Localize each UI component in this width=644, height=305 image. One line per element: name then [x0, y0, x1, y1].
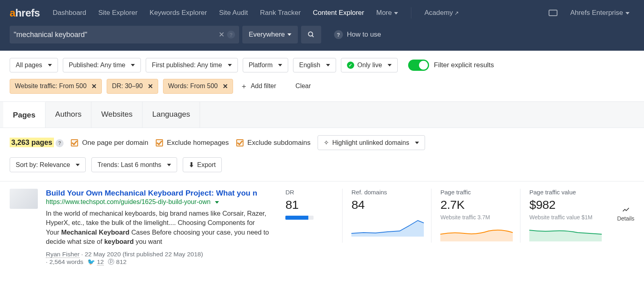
- chevron-down-icon: [625, 12, 630, 14]
- download-icon: ⬇: [189, 161, 194, 169]
- tab-authors[interactable]: Authors: [45, 102, 91, 128]
- checkbox-one-per-domain[interactable]: One page per domain: [71, 139, 148, 147]
- page-traffic-value-sparkline: [529, 222, 602, 241]
- tab-websites[interactable]: Websites: [91, 102, 142, 128]
- result-count: 3,263 pages: [10, 138, 54, 147]
- chevron-down-icon: [394, 12, 398, 14]
- tab-languages[interactable]: Languages: [142, 102, 200, 128]
- account-menu[interactable]: Ahrefs Enterprise: [566, 6, 634, 20]
- help-icon[interactable]: ?: [227, 31, 235, 39]
- explicit-results-label: Filter explicit results: [434, 61, 494, 69]
- nav-more[interactable]: More: [372, 6, 403, 20]
- chevron-down-icon[interactable]: [215, 201, 219, 204]
- sort-by-dropdown[interactable]: Sort by: Relevance: [10, 157, 86, 172]
- clear-filters-button[interactable]: Clear: [293, 79, 313, 93]
- explicit-results-toggle[interactable]: [408, 60, 429, 71]
- nav-academy[interactable]: Academy↗: [419, 6, 464, 20]
- filter-first-published[interactable]: First published: Any time: [146, 58, 237, 72]
- search-icon: [308, 31, 315, 38]
- remove-filter-icon[interactable]: ✕: [91, 82, 97, 90]
- filter-platform[interactable]: Platform: [243, 58, 289, 72]
- trends-dropdown[interactable]: Trends: Last 6 months: [91, 157, 177, 172]
- tab-pages[interactable]: Pages: [3, 102, 45, 128]
- page-traffic-sparkline: [440, 222, 513, 241]
- clear-search-icon[interactable]: ✕: [216, 30, 227, 39]
- result-author[interactable]: Ryan Fisher: [46, 251, 80, 258]
- results-controls: 3,263 pages? One page per domain Exclude…: [0, 128, 644, 150]
- result-row: Build Your Own Mechanical Keyboard Proje…: [0, 181, 644, 274]
- results-controls-2: Sort by: Relevance Trends: Last 6 months…: [0, 150, 644, 181]
- chevron-down-icon: [48, 64, 52, 66]
- nav-dashboard[interactable]: Dashboard: [48, 6, 91, 20]
- results-tabs: Pages Authors Websites Languages: [0, 101, 644, 128]
- pinterest-icon: ⓟ: [108, 258, 114, 265]
- ref-domains-sparkline: [351, 217, 424, 237]
- search-input[interactable]: [14, 31, 216, 39]
- chevron-down-icon: [388, 64, 392, 66]
- search-input-container: ✕ ?: [10, 26, 239, 43]
- filter-published[interactable]: Published: Any time: [63, 58, 141, 72]
- plus-icon: ＋: [240, 81, 248, 91]
- pinterest-count: 812: [116, 258, 127, 265]
- result-snippet: In the world of mechanical keyboards, bi…: [46, 209, 270, 247]
- highlight-unlinked-dropdown[interactable]: ✧Highlight unlinked domains: [318, 135, 425, 150]
- nav-keywords-explorer[interactable]: Keywords Explorer: [145, 6, 212, 20]
- metric-ref-domains: Ref. domains 84: [342, 189, 431, 243]
- chevron-down-icon: [326, 64, 330, 66]
- twitter-count[interactable]: 12: [97, 258, 104, 266]
- nav-content-explorer[interactable]: Content Explorer: [308, 6, 369, 20]
- filter-only-live[interactable]: ✓Only live: [341, 58, 398, 72]
- chevron-down-icon: [278, 64, 282, 66]
- search-button[interactable]: [301, 26, 321, 43]
- nav-site-audit[interactable]: Site Audit: [214, 6, 253, 20]
- svg-line-1: [312, 35, 314, 37]
- checkbox-exclude-homepages[interactable]: Exclude homepages: [156, 139, 229, 147]
- result-wordcount: 2,564 words: [50, 258, 83, 265]
- details-button[interactable]: Details: [617, 189, 634, 222]
- chevron-down-icon: [287, 33, 291, 36]
- external-link-icon: ↗: [454, 10, 459, 16]
- dr-bar: [285, 216, 314, 220]
- active-filter-website-traffic[interactable]: Website traffic: From 500✕: [10, 79, 102, 94]
- result-meta: Ryan Fisher · 22 May 2020 (first publish…: [46, 251, 270, 266]
- result-thumbnail: [10, 189, 38, 209]
- active-filter-words[interactable]: Words: From 500✕: [163, 79, 233, 94]
- nav-site-explorer[interactable]: Site Explorer: [93, 6, 142, 20]
- help-icon[interactable]: ?: [56, 139, 64, 147]
- search-scope-dropdown[interactable]: Everywhere: [242, 26, 298, 43]
- chevron-down-icon: [228, 64, 232, 66]
- check-circle-icon: ✓: [347, 62, 354, 69]
- chevron-down-icon: [415, 142, 419, 144]
- checkbox-exclude-subdomains[interactable]: Exclude subdomains: [236, 139, 311, 147]
- help-icon: ?: [334, 30, 343, 39]
- filter-row-active: Website traffic: From 500✕ DR: 30–90✕ Wo…: [0, 72, 644, 94]
- check-icon: [236, 139, 244, 146]
- add-filter-button[interactable]: ＋Add filter: [238, 78, 279, 94]
- result-url[interactable]: https://www.techspot.com/guides/1625-diy…: [46, 198, 270, 206]
- remove-filter-icon[interactable]: ✕: [148, 82, 153, 90]
- svg-point-0: [308, 32, 313, 36]
- metric-dr: DR 81: [278, 189, 342, 243]
- twitter-icon: 🐦: [87, 258, 95, 265]
- result-title-link[interactable]: Build Your Own Mechanical Keyboard Proje…: [46, 189, 270, 198]
- chevron-down-icon: [167, 164, 171, 166]
- device-icon[interactable]: [549, 10, 557, 16]
- active-filter-dr[interactable]: DR: 30–90✕: [107, 79, 158, 94]
- remove-filter-icon[interactable]: ✕: [223, 82, 228, 90]
- nav-rank-tracker[interactable]: Rank Tracker: [255, 6, 305, 20]
- metric-page-traffic-value: Page traffic value $982 Website traffic …: [520, 189, 609, 243]
- metric-page-traffic: Page traffic 2.7K Website traffic 3.7M: [431, 189, 520, 243]
- divider: [411, 7, 411, 19]
- export-button[interactable]: ⬇Export: [183, 157, 222, 172]
- filter-all-pages[interactable]: All pages: [10, 58, 58, 72]
- sparkle-icon: ✧: [324, 139, 329, 146]
- brand-logo[interactable]: ahrefs: [10, 7, 40, 19]
- check-icon: [156, 139, 163, 146]
- trend-icon: [622, 206, 630, 214]
- chevron-down-icon: [131, 64, 135, 66]
- filter-language[interactable]: English: [293, 58, 336, 72]
- how-to-use-link[interactable]: ? How to use: [334, 30, 381, 39]
- chevron-down-icon: [76, 164, 80, 166]
- check-icon: [71, 139, 78, 146]
- filter-row-1: All pages Published: Any time First publ…: [0, 51, 644, 72]
